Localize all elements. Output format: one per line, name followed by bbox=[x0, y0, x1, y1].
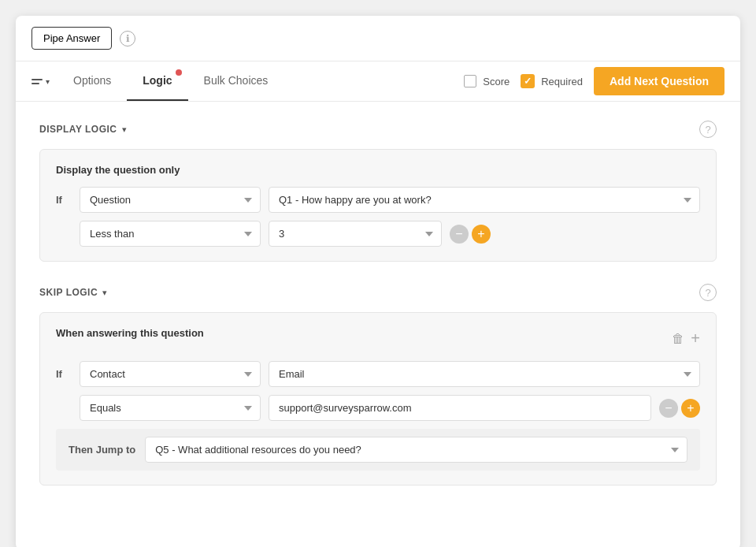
skip-add-button[interactable]: + bbox=[691, 329, 700, 348]
notification-dot bbox=[176, 69, 182, 76]
tab-options[interactable]: Options bbox=[57, 61, 127, 101]
skip-field-select[interactable]: Email bbox=[269, 361, 700, 387]
display-condition-select1[interactable]: Question bbox=[80, 187, 261, 213]
hamburger-chevron-icon[interactable]: ▾ bbox=[46, 77, 50, 86]
tab-logic[interactable]: Logic bbox=[127, 61, 187, 101]
skip-logic-title: SKIP LOGIC bbox=[39, 287, 98, 298]
display-logic-help-icon[interactable]: ? bbox=[699, 121, 717, 138]
skip-card-header: When answering this question 🗑 + bbox=[56, 327, 700, 350]
add-next-question-button[interactable]: Add Next Question bbox=[594, 67, 724, 95]
display-operator-select[interactable]: Less than bbox=[80, 221, 261, 247]
required-container: Required bbox=[521, 74, 583, 88]
then-jump-row: Then Jump to Q5 - What additional resour… bbox=[56, 429, 700, 471]
skip-logic-card-title: When answering this question bbox=[56, 327, 204, 339]
skip-logic-chevron-icon[interactable]: ▾ bbox=[102, 288, 107, 298]
skip-logic-card: When answering this question 🗑 + If Cont… bbox=[39, 312, 717, 486]
score-checkbox[interactable] bbox=[464, 75, 476, 87]
display-logic-action-btns: − + bbox=[450, 225, 491, 244]
skip-if-label: If bbox=[56, 368, 72, 380]
skip-condition-select1[interactable]: Contact bbox=[80, 361, 261, 387]
display-logic-section: DISPLAY LOGIC ▾ ? Display the question o… bbox=[39, 121, 717, 262]
page-container: Pipe Answer ℹ ▾ Options Logic Bulk Choic… bbox=[16, 16, 740, 547]
jump-to-select[interactable]: Q5 - What additional resources do you ne… bbox=[145, 437, 687, 463]
display-value-select[interactable]: 3 bbox=[269, 221, 442, 247]
display-add-button[interactable]: + bbox=[472, 225, 491, 244]
score-container: Score bbox=[464, 75, 510, 87]
skip-value-input[interactable] bbox=[269, 395, 651, 421]
display-if-label: If bbox=[56, 194, 72, 206]
display-logic-card-title: Display the question only bbox=[56, 164, 700, 176]
skip-add-condition-button[interactable]: + bbox=[681, 399, 700, 418]
display-logic-card: Display the question only If Question Q1… bbox=[39, 149, 717, 262]
skip-logic-action-btns: − + bbox=[659, 399, 700, 418]
tab-bar-right: Score Required Add Next Question bbox=[464, 67, 724, 95]
required-label: Required bbox=[541, 76, 583, 87]
skip-logic-row2: Equals − + bbox=[80, 395, 700, 421]
pipe-answer-button[interactable]: Pipe Answer bbox=[32, 27, 112, 50]
required-checkbox[interactable] bbox=[521, 74, 535, 88]
skip-card-actions: 🗑 + bbox=[672, 329, 700, 348]
skip-remove-button[interactable]: − bbox=[659, 399, 678, 418]
hamburger-icon[interactable] bbox=[32, 79, 43, 84]
info-icon[interactable]: ℹ bbox=[120, 31, 135, 47]
display-remove-button[interactable]: − bbox=[450, 225, 469, 244]
skip-logic-title-row: SKIP LOGIC ▾ bbox=[39, 287, 107, 298]
display-logic-row2: Less than 3 − + bbox=[80, 221, 700, 247]
skip-logic-section: SKIP LOGIC ▾ ? When answering this quest… bbox=[39, 284, 717, 486]
skip-operator-select[interactable]: Equals bbox=[80, 395, 261, 421]
display-logic-row1: If Question Q1 - How happy are you at wo… bbox=[56, 187, 700, 213]
tab-bar-left: ▾ bbox=[32, 66, 50, 97]
tab-bar: ▾ Options Logic Bulk Choices Score Requi… bbox=[16, 61, 740, 102]
tab-bulk-choices[interactable]: Bulk Choices bbox=[188, 61, 284, 101]
top-bar: Pipe Answer ℹ bbox=[16, 16, 740, 61]
display-logic-chevron-icon[interactable]: ▾ bbox=[122, 125, 127, 135]
skip-logic-header: SKIP LOGIC ▾ ? bbox=[39, 284, 717, 301]
score-label: Score bbox=[483, 76, 510, 87]
skip-delete-button[interactable]: 🗑 bbox=[672, 329, 684, 348]
skip-logic-help-icon[interactable]: ? bbox=[699, 284, 717, 301]
main-content: DISPLAY LOGIC ▾ ? Display the question o… bbox=[16, 102, 740, 527]
display-question-select[interactable]: Q1 - How happy are you at work? bbox=[269, 187, 700, 213]
then-label: Then Jump to bbox=[69, 444, 135, 456]
tabs: Options Logic Bulk Choices bbox=[57, 61, 464, 101]
display-logic-title: DISPLAY LOGIC bbox=[39, 124, 117, 135]
skip-logic-row1: If Contact Email bbox=[56, 361, 700, 387]
display-logic-header: DISPLAY LOGIC ▾ ? bbox=[39, 121, 717, 138]
display-logic-title-row: DISPLAY LOGIC ▾ bbox=[39, 124, 127, 135]
